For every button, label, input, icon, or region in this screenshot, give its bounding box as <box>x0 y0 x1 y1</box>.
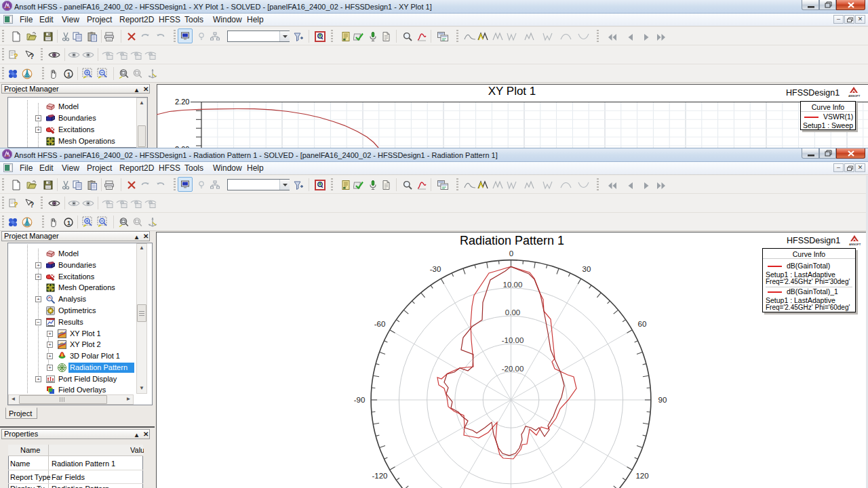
svg-text:0.00: 0.00 <box>505 308 520 317</box>
svg-text:90: 90 <box>658 396 667 404</box>
svg-text:0: 0 <box>509 249 513 258</box>
svg-text:-10.00: -10.00 <box>502 336 524 344</box>
svg-text:?: ? <box>14 201 18 209</box>
svg-text:60: 60 <box>638 320 647 328</box>
svg-text:120: 120 <box>635 472 648 480</box>
svg-text:-30: -30 <box>430 265 441 273</box>
svg-text:?: ? <box>14 52 18 60</box>
svg-text:10.00: 10.00 <box>503 281 523 289</box>
svg-text:?: ? <box>30 201 34 209</box>
svg-text:-20.00: -20.00 <box>502 365 524 373</box>
svg-text:-60: -60 <box>374 320 386 328</box>
svg-text:1: 1 <box>67 219 71 226</box>
svg-text:30: 30 <box>583 265 591 273</box>
svg-text:1: 1 <box>67 70 71 77</box>
svg-text:-90: -90 <box>354 396 366 404</box>
svg-text:?: ? <box>30 53 34 60</box>
svg-text:-120: -120 <box>372 472 387 480</box>
